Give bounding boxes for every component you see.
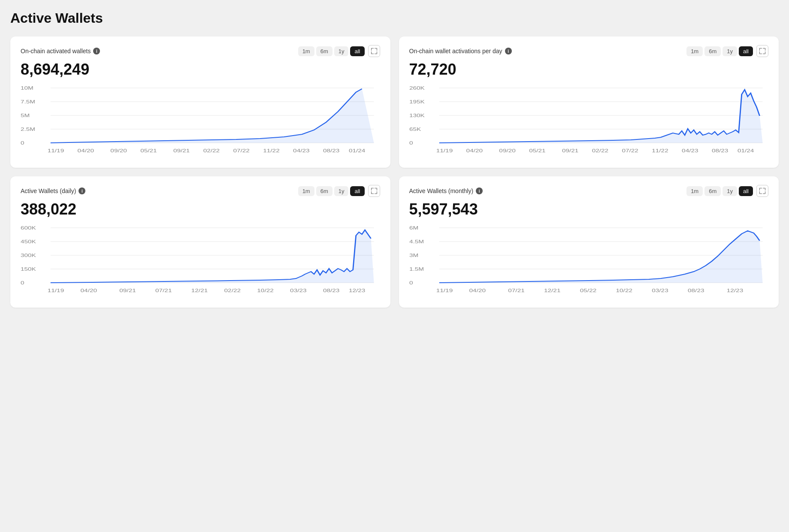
svg-text:65K: 65K [409,127,421,132]
chart-4: 6M 4.5M 3M 1.5M 0 11/19 04/20 07/21 12/2… [409,224,769,301]
title-group-3: Active Wallets (daily) i [21,187,85,194]
expand-btn-3[interactable] [368,185,380,197]
svg-text:05/21: 05/21 [140,148,157,153]
svg-text:3M: 3M [409,253,418,258]
svg-text:07/21: 07/21 [155,288,172,293]
controls-4: 1m 6m 1y all [686,185,768,197]
title-group-1: On-chain activated wallets i [21,48,100,54]
svg-text:450K: 450K [21,239,36,244]
btn-6m-3[interactable]: 6m [316,186,333,196]
svg-text:02/22: 02/22 [592,148,608,153]
svg-text:09/20: 09/20 [110,148,127,153]
svg-text:11/22: 11/22 [263,148,279,153]
svg-text:04/23: 04/23 [682,148,698,153]
expand-icon-2 [759,48,765,54]
info-icon-2[interactable]: i [505,48,512,54]
svg-text:10/22: 10/22 [257,288,273,293]
svg-text:08/23: 08/23 [323,148,339,153]
metric-3: 388,022 [21,200,380,218]
btn-1m-1[interactable]: 1m [298,46,314,56]
svg-text:02/22: 02/22 [224,288,241,293]
btn-1m-3[interactable]: 1m [298,186,314,196]
svg-text:02/22: 02/22 [203,148,220,153]
svg-text:07/21: 07/21 [508,288,524,293]
card-active-monthly: Active Wallets (monthly) i 1m 6m 1y all … [399,176,779,308]
svg-text:12/21: 12/21 [191,288,208,293]
svg-text:0: 0 [409,140,413,145]
expand-btn-2[interactable] [756,45,768,57]
svg-text:04/20: 04/20 [78,148,94,153]
svg-text:09/21: 09/21 [173,148,190,153]
expand-btn-1[interactable] [368,45,380,57]
svg-text:10M: 10M [21,85,33,91]
svg-text:11/19: 11/19 [436,288,452,293]
svg-text:05/21: 05/21 [529,148,545,153]
controls-3: 1m 6m 1y all [298,185,380,197]
card-header-4: Active Wallets (monthly) i 1m 6m 1y all [409,185,769,197]
svg-text:07/22: 07/22 [622,148,638,153]
svg-text:09/20: 09/20 [499,148,515,153]
info-icon-1[interactable]: i [93,48,100,54]
svg-text:04/20: 04/20 [81,288,97,293]
btn-all-2[interactable]: all [739,46,753,56]
btn-6m-4[interactable]: 6m [704,186,721,196]
card-title-4: Active Wallets (monthly) [409,187,474,194]
expand-btn-4[interactable] [756,185,768,197]
svg-text:195K: 195K [409,99,425,104]
svg-text:11/19: 11/19 [48,288,64,293]
svg-text:7.5M: 7.5M [21,99,35,104]
svg-text:0: 0 [21,280,24,285]
card-title-3: Active Wallets (daily) [21,187,76,194]
chart-1: 10M 7.5M 5M 2.5M 0 11/19 04/20 09/20 05/… [21,84,380,161]
controls-1: 1m 6m 1y all [298,45,380,57]
svg-text:2.5M: 2.5M [21,127,35,132]
btn-1y-4[interactable]: 1y [722,186,737,196]
svg-text:0: 0 [21,140,24,145]
svg-text:150K: 150K [21,266,36,272]
charts-grid: On-chain activated wallets i 1m 6m 1y al… [10,36,779,308]
btn-all-4[interactable]: all [739,186,753,196]
svg-text:05/22: 05/22 [580,288,596,293]
svg-text:600K: 600K [21,225,36,230]
title-group-2: On-chain wallet activations per day i [409,48,512,54]
info-icon-4[interactable]: i [476,187,483,194]
btn-all-3[interactable]: all [350,186,364,196]
svg-text:11/19: 11/19 [436,148,452,153]
btn-1y-3[interactable]: 1y [334,186,349,196]
controls-2: 1m 6m 1y all [686,45,768,57]
btn-6m-2[interactable]: 6m [704,46,721,56]
svg-text:12/21: 12/21 [544,288,560,293]
card-title-2: On-chain wallet activations per day [409,48,502,54]
card-header-1: On-chain activated wallets i 1m 6m 1y al… [21,45,380,57]
card-header-3: Active Wallets (daily) i 1m 6m 1y all [21,185,380,197]
svg-text:4.5M: 4.5M [409,239,424,244]
svg-text:07/22: 07/22 [233,148,250,153]
svg-text:300K: 300K [21,253,36,258]
svg-text:10/22: 10/22 [616,288,632,293]
card-onchain-per-day: On-chain wallet activations per day i 1m… [399,36,779,168]
info-icon-3[interactable]: i [79,187,85,194]
svg-text:11/19: 11/19 [48,148,64,153]
card-header-2: On-chain wallet activations per day i 1m… [409,45,769,57]
svg-text:11/22: 11/22 [652,148,668,153]
expand-icon-1 [371,48,377,54]
svg-text:04/20: 04/20 [466,148,482,153]
btn-1y-2[interactable]: 1y [722,46,737,56]
chart-2: 260K 195K 130K 65K 0 11/19 04/20 09/20 0… [409,84,769,161]
card-title-1: On-chain activated wallets [21,48,91,54]
metric-1: 8,694,249 [21,60,380,79]
svg-text:1.5M: 1.5M [409,266,424,272]
btn-1y-1[interactable]: 1y [334,46,349,56]
svg-text:6M: 6M [409,225,418,230]
svg-text:01/24: 01/24 [737,148,754,153]
svg-text:03/23: 03/23 [652,288,668,293]
btn-6m-1[interactable]: 6m [316,46,333,56]
card-active-daily: Active Wallets (daily) i 1m 6m 1y all 38… [10,176,390,308]
btn-all-1[interactable]: all [350,46,364,56]
svg-text:12/23: 12/23 [726,288,743,293]
svg-text:130K: 130K [409,113,425,118]
svg-text:12/23: 12/23 [349,288,365,293]
btn-1m-4[interactable]: 1m [686,186,703,196]
svg-text:03/23: 03/23 [290,288,306,293]
btn-1m-2[interactable]: 1m [686,46,703,56]
